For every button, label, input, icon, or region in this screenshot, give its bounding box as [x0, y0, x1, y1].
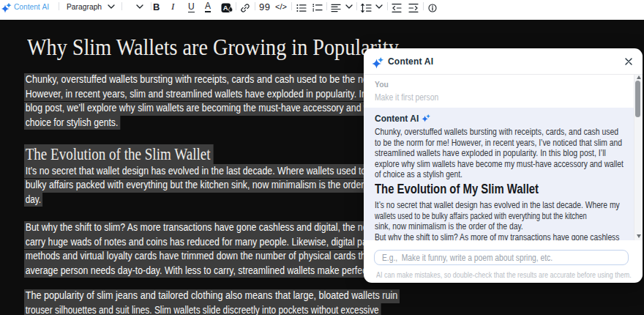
svg-text:A: A — [223, 4, 228, 12]
